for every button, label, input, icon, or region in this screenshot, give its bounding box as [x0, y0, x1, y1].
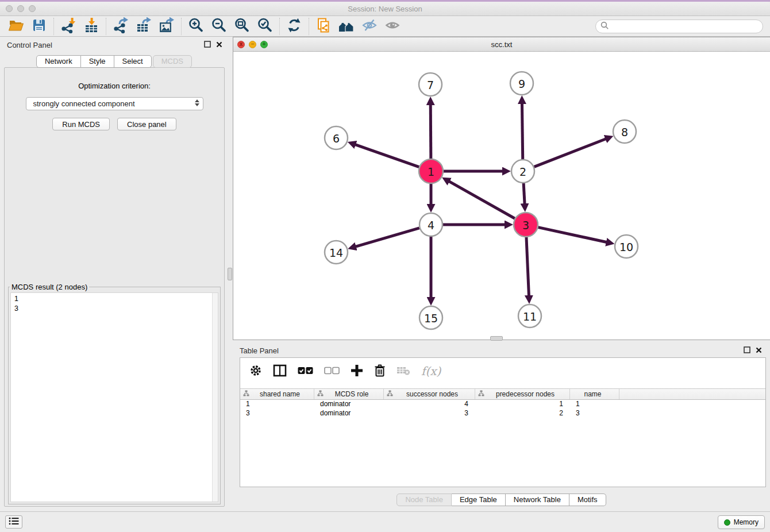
duplicate-network-button[interactable]: [312, 17, 335, 36]
table-row[interactable]: 3 dominator 3 2 3: [240, 409, 765, 418]
cell-predecessor-nodes[interactable]: 2: [475, 409, 570, 418]
table-row[interactable]: 1 dominator 4 1 1: [240, 400, 765, 409]
window-traffic-lights: [6, 5, 36, 12]
column-header-name[interactable]: name: [570, 389, 619, 399]
network-maximize-button[interactable]: +: [260, 41, 268, 48]
mcds-result-title: MCDS result (2 nodes): [10, 283, 89, 291]
plus-icon: [351, 364, 363, 379]
cell-mcds-role[interactable]: dominator: [314, 409, 384, 418]
float-panel-icon[interactable]: [204, 41, 211, 49]
column-header-predecessor-nodes[interactable]: predecessor nodes: [475, 389, 570, 399]
first-neighbors-button[interactable]: [335, 17, 358, 36]
split-columns-button[interactable]: [273, 364, 287, 379]
graph-edge-4-14[interactable]: [355, 228, 419, 247]
close-panel-icon[interactable]: [216, 41, 222, 49]
tab-select[interactable]: Select: [114, 55, 152, 68]
main-toolbar: [0, 16, 770, 37]
refresh-view-button[interactable]: [283, 17, 306, 36]
close-window-button[interactable]: [6, 5, 13, 12]
task-history-button[interactable]: [5, 515, 22, 529]
graph-node-label: 3: [522, 219, 529, 232]
close-panel-button[interactable]: Close panel: [117, 118, 176, 130]
zoom-selected-button[interactable]: [253, 17, 276, 36]
memory-status-icon: [724, 519, 730, 526]
hide-selected-button[interactable]: [358, 17, 381, 36]
cell-mcds-role[interactable]: dominator: [314, 400, 384, 409]
cell-successor-nodes[interactable]: 3: [384, 409, 475, 418]
graph-edge-3-10[interactable]: [538, 228, 607, 242]
mcds-panel: Optimization criterion: strongly connect…: [4, 67, 225, 507]
graph-edge-2-8[interactable]: [534, 138, 607, 167]
graph-node-label: 4: [428, 219, 434, 232]
graph-edge-1-7[interactable]: [430, 103, 431, 159]
tab-edge-table[interactable]: Edge Table: [452, 494, 506, 506]
run-mcds-button[interactable]: Run MCDS: [52, 118, 110, 130]
add-column-button[interactable]: [351, 364, 363, 379]
node-table-container: f(x) shared name MCDS role successor nod…: [240, 357, 766, 487]
graph-node-label: 6: [333, 132, 340, 145]
import-network-button[interactable]: [57, 17, 80, 36]
zoom-out-button[interactable]: [207, 17, 230, 36]
eye-slash-icon: [361, 17, 378, 35]
zoom-in-button[interactable]: [184, 17, 207, 36]
refresh-icon: [286, 17, 302, 35]
export-network-button[interactable]: [109, 17, 132, 36]
graph-edge-3-11[interactable]: [526, 237, 529, 297]
cell-shared-name[interactable]: 1: [240, 400, 314, 409]
column-header-shared-name[interactable]: shared name: [240, 389, 314, 399]
import-table-button[interactable]: [80, 17, 103, 36]
cell-shared-name[interactable]: 3: [240, 409, 314, 418]
minimize-window-button[interactable]: [17, 5, 24, 12]
tab-style[interactable]: Style: [81, 55, 114, 68]
memory-label: Memory: [734, 518, 759, 526]
zoom-window-button[interactable]: [29, 5, 36, 12]
criterion-select[interactable]: strongly connected component: [26, 97, 203, 110]
tab-mcds[interactable]: MCDS: [153, 55, 192, 68]
splitter-handle-vertical[interactable]: [228, 268, 232, 280]
graph-edge-2-3[interactable]: [523, 183, 525, 205]
mcds-result-scrollbar[interactable]: [212, 293, 218, 502]
search-input[interactable]: [612, 22, 758, 30]
open-session-button[interactable]: [5, 17, 28, 36]
tab-network-table[interactable]: Network Table: [506, 494, 569, 506]
cell-successor-nodes[interactable]: 4: [384, 400, 475, 409]
delete-table-icon: [396, 365, 410, 377]
zoom-fit-button[interactable]: [230, 17, 253, 36]
tab-node-table[interactable]: Node Table: [396, 494, 452, 506]
network-close-button[interactable]: x: [237, 41, 245, 48]
unchecked-boxes-icon: [324, 367, 340, 376]
mcds-result-area[interactable]: 1 3: [10, 292, 218, 502]
cell-name[interactable]: 1: [570, 400, 619, 409]
graph-edge-3-1[interactable]: [448, 181, 515, 219]
network-view-window: x – + scc.txt 1234678910111415: [233, 37, 770, 340]
graph-edge-1-6[interactable]: [354, 144, 419, 167]
memory-button[interactable]: Memory: [718, 515, 765, 529]
tab-motifs[interactable]: Motifs: [569, 494, 606, 506]
tab-network[interactable]: Network: [36, 55, 81, 68]
window-title: Session: New Session: [0, 5, 770, 13]
cell-name[interactable]: 3: [570, 409, 619, 418]
float-panel-icon[interactable]: [744, 346, 750, 355]
column-header-successor-nodes[interactable]: successor nodes: [384, 389, 475, 399]
save-session-button[interactable]: [28, 17, 51, 36]
network-canvas[interactable]: 1234678910111415: [233, 52, 770, 340]
control-panel-tabs: Network Style Select MCDS: [0, 55, 228, 68]
cell-predecessor-nodes[interactable]: 1: [475, 400, 570, 409]
export-image-button[interactable]: [155, 17, 178, 36]
network-minimize-button[interactable]: –: [249, 41, 256, 48]
select-all-button[interactable]: [298, 367, 313, 376]
graph-edge-2-9[interactable]: [522, 102, 522, 159]
table-settings-button[interactable]: [249, 364, 262, 379]
hierarchy-icon: [243, 390, 249, 398]
status-bar: Memory: [0, 511, 770, 532]
graph-node-label: 14: [329, 246, 343, 259]
deselect-all-button[interactable]: [324, 367, 340, 376]
search-icon: [600, 21, 609, 32]
delete-columns-button[interactable]: [374, 364, 386, 379]
show-all-button[interactable]: [381, 17, 404, 36]
splitter-handle-horizontal[interactable]: [490, 336, 503, 341]
close-panel-icon[interactable]: [756, 346, 762, 355]
column-header-mcds-role[interactable]: MCDS role: [314, 389, 384, 399]
checked-boxes-icon: [298, 367, 313, 376]
export-table-button[interactable]: [132, 17, 155, 36]
